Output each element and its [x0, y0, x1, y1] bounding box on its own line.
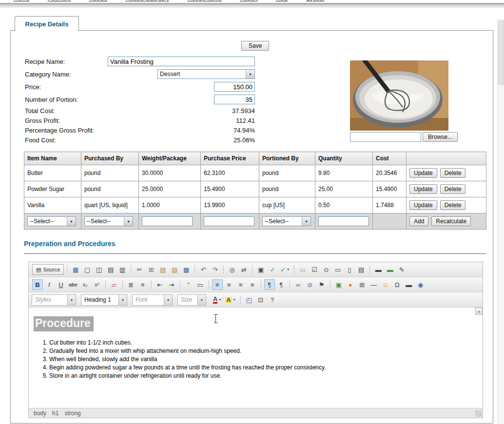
tab-recipe-details[interactable]: Recipe Details	[15, 16, 79, 31]
justify-icon[interactable]: ≡	[247, 279, 258, 290]
bold-icon[interactable]: B	[32, 279, 43, 290]
underline-icon[interactable]: U	[56, 279, 66, 290]
paste-word-icon[interactable]: ▩	[181, 264, 192, 275]
page-scrollbar[interactable]	[497, 19, 504, 424]
delete-button[interactable]: Delete	[440, 184, 466, 194]
increase-indent-icon[interactable]: ⇥	[166, 279, 177, 290]
remove-format-icon[interactable]: ▱	[109, 279, 119, 290]
text-field-icon[interactable]: ▭	[332, 264, 343, 275]
about-icon[interactable]: ?	[267, 294, 278, 305]
text-color-button[interactable]: A ▼	[212, 294, 223, 305]
preview-icon[interactable]: ◫	[94, 264, 104, 275]
recipe-name-input[interactable]	[108, 57, 255, 66]
bulleted-list-icon[interactable]: ≡	[137, 279, 148, 290]
format-combo[interactable]: Heading 1 ▼	[81, 294, 127, 306]
element-path-body[interactable]: body	[34, 410, 46, 417]
nav-item-payment[interactable]: Payment	[48, 0, 71, 2]
align-center-icon[interactable]: ≡	[224, 279, 234, 290]
size-combo[interactable]: Size ▼	[177, 294, 206, 306]
new-page-icon[interactable]: ▢	[82, 264, 93, 275]
smiley-icon[interactable]: ☺	[380, 279, 391, 290]
delete-button[interactable]: Delete	[440, 200, 466, 210]
nav-item-report[interactable]: Report	[240, 0, 257, 2]
div-container-icon[interactable]: ▭	[195, 279, 206, 290]
anchor-icon[interactable]: ⚑	[316, 279, 327, 290]
nav-item-recipe-category[interactable]: Recipe Category	[126, 0, 169, 2]
paste-icon[interactable]: ▧	[157, 264, 168, 275]
element-path-h1[interactable]: h1	[52, 410, 58, 417]
update-button[interactable]: Update	[409, 184, 437, 194]
horizontal-rule-icon[interactable]: —	[368, 279, 379, 290]
item-select[interactable]: --Select-- ▼	[27, 216, 76, 226]
image-button-icon[interactable]: ▬	[385, 264, 395, 275]
templates-icon[interactable]: ▥	[117, 264, 128, 275]
purchased-by-select[interactable]: --Select-- ▼	[84, 216, 133, 226]
bg-color-button[interactable]: A ▼	[224, 294, 237, 305]
form-button-icon[interactable]: ▬	[373, 264, 384, 275]
editor-content[interactable]: ▲ Procedure Cut butter into 1-1/2 inch c…	[29, 308, 483, 408]
unlink-icon[interactable]: ⊘	[305, 279, 315, 290]
maximize-icon[interactable]: ◰	[244, 294, 254, 305]
undo-icon[interactable]: ↶	[198, 264, 209, 275]
nav-item-home[interactable]: Home	[14, 0, 29, 2]
price-input[interactable]	[214, 82, 255, 92]
element-path-strong[interactable]: strong	[64, 410, 80, 417]
bidi-ltr-icon[interactable]: ¶	[264, 279, 275, 290]
checkbox-icon[interactable]: ☑	[309, 264, 320, 275]
nav-item-recipe-items[interactable]: Recipe Items	[188, 0, 222, 2]
radio-icon[interactable]: ⊙	[321, 264, 331, 275]
cut-icon[interactable]: ✂	[134, 264, 145, 275]
save-icon[interactable]: ▦	[70, 264, 81, 275]
scrollbar-thumb[interactable]	[498, 20, 504, 85]
styles-combo[interactable]: Styles ▼	[32, 294, 76, 306]
superscript-icon[interactable]: x²	[92, 279, 102, 290]
paste-text-icon[interactable]: ▨	[169, 264, 180, 275]
resize-grip-icon[interactable]	[475, 410, 482, 417]
add-button[interactable]: Add	[409, 216, 428, 226]
redo-icon[interactable]: ↷	[210, 264, 220, 275]
update-button[interactable]: Update	[409, 168, 437, 178]
iframe-icon[interactable]: ◉	[415, 279, 426, 290]
spell-check-icon[interactable]: ✓	[267, 264, 278, 275]
select-all-icon[interactable]: ▣	[255, 264, 266, 275]
select-field-icon[interactable]: ▤	[356, 264, 367, 275]
subscript-icon[interactable]: x₂	[80, 279, 91, 290]
nav-item-help[interactable]: Help	[276, 0, 288, 2]
browse-button[interactable]: Browse...	[423, 132, 458, 142]
recalculate-button[interactable]: Recalculate	[431, 216, 471, 226]
copy-icon[interactable]: ⊞	[146, 264, 156, 275]
flash-icon[interactable]: ●	[345, 279, 356, 290]
scayt-icon[interactable]: ✓▼	[279, 264, 291, 275]
purchase-price-input[interactable]	[204, 216, 254, 226]
find-icon[interactable]: ◎	[227, 264, 237, 275]
print-icon[interactable]: ▤	[105, 264, 116, 275]
form-icon[interactable]: ▭	[297, 264, 308, 275]
blockquote-icon[interactable]: ”	[183, 279, 194, 290]
table-icon[interactable]: ⊞	[357, 279, 368, 290]
save-button[interactable]: Save	[241, 41, 269, 51]
portioned-by-select[interactable]: --Select-- ▼	[262, 216, 311, 226]
photo-file-input[interactable]	[350, 132, 421, 142]
quantity-input[interactable]	[318, 216, 369, 226]
nav-item-recipe[interactable]: Recipe	[89, 0, 107, 2]
align-left-icon[interactable]: ≡	[212, 279, 223, 290]
italic-icon[interactable]: I	[44, 279, 55, 290]
strikethrough-icon[interactable]: abc	[67, 279, 79, 290]
editor-scrollbar-up[interactable]: ▲	[475, 308, 483, 315]
page-break-icon[interactable]: ▬	[404, 279, 414, 290]
hidden-field-icon[interactable]: ✎	[396, 264, 407, 275]
show-blocks-icon[interactable]: ⊡	[255, 294, 266, 305]
align-right-icon[interactable]: ≡	[235, 279, 246, 290]
textarea-icon[interactable]: ▯	[344, 264, 355, 275]
update-button[interactable]: Update	[409, 200, 437, 210]
delete-button[interactable]: Delete	[440, 168, 466, 178]
portions-input[interactable]	[214, 95, 255, 104]
image-icon[interactable]: ▣	[333, 279, 344, 290]
numbered-list-icon[interactable]: ≣	[126, 279, 136, 290]
nav-item-logout[interactable]: Logout	[306, 0, 324, 2]
replace-icon[interactable]: ⇄	[238, 264, 249, 275]
source-button[interactable]: ▤ Source	[32, 264, 64, 275]
link-icon[interactable]: ∞	[293, 279, 304, 290]
bidi-rtl-icon[interactable]: ¶	[276, 279, 287, 290]
special-char-icon[interactable]: Ω	[392, 279, 403, 290]
